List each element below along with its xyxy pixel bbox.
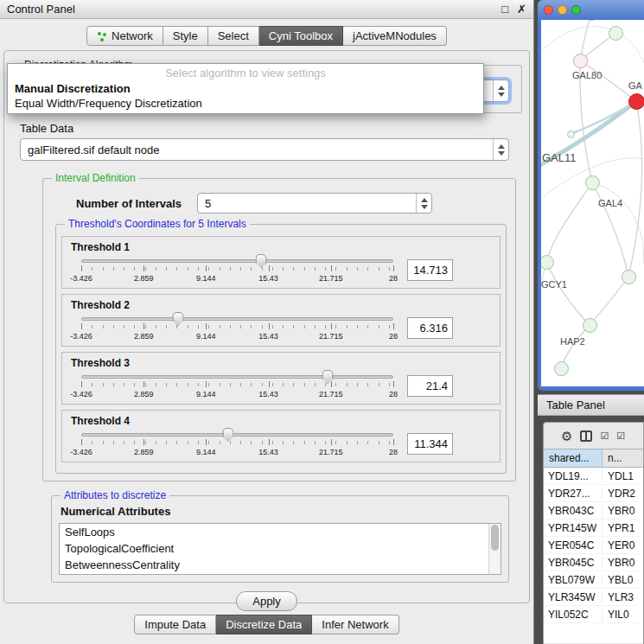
slider-scale-label: 21.715 — [319, 448, 343, 456]
control-panel-window: Control Panel □ ✗ NetworkStyleSelectCyni… — [0, 0, 534, 644]
tab-label: Style — [173, 29, 198, 42]
tab-label: Impute Data — [144, 618, 206, 631]
tab-jactivemnodules[interactable]: jActiveMNodules — [343, 26, 447, 46]
column-header-shared-name[interactable]: shared... — [544, 450, 603, 467]
tab-impute-data[interactable]: Impute Data — [134, 615, 216, 634]
table-row[interactable]: YER054CYER0 — [544, 537, 643, 554]
float-window-icon[interactable]: □ — [501, 3, 508, 15]
threshold-value-field[interactable]: 14.713 — [407, 259, 453, 281]
tab-cyni-toolbox[interactable]: Cyni Toolbox — [259, 26, 343, 46]
cell-name: YBR0 — [603, 557, 643, 569]
slider-track[interactable] — [81, 433, 393, 437]
slider-track[interactable] — [81, 317, 393, 321]
network-window-titlebar[interactable] — [538, 0, 644, 20]
table-row[interactable]: YIL052CYIL0 — [544, 606, 643, 623]
table-row[interactable]: YPR145WYPR1 — [544, 520, 643, 537]
table-data-combobox[interactable]: galFiltered.sif default node — [20, 138, 509, 161]
cell-shared-name: YIL052C — [544, 609, 603, 621]
tab-select[interactable]: Select — [208, 26, 259, 46]
combobox-stepper-icon[interactable] — [416, 194, 431, 213]
tab-discretize-data[interactable]: Discretize Data — [216, 615, 312, 634]
table-row[interactable]: YDL19...YDL1 — [544, 468, 643, 485]
network-node[interactable] — [567, 131, 575, 138]
attributes-scrollbar[interactable] — [488, 524, 501, 574]
slider-track[interactable] — [81, 259, 393, 263]
table-row[interactable]: YBL079WYBL0 — [544, 571, 643, 589]
network-node[interactable] — [609, 26, 623, 41]
tab-infer-network[interactable]: Infer Network — [312, 615, 399, 634]
control-panel-titlebar: Control Panel □ ✗ — [0, 0, 533, 19]
slider-scale-label: 9.144 — [196, 448, 216, 456]
slider-scale-label: 28 — [389, 274, 398, 283]
table-row[interactable]: YLR345WYLR3 — [544, 589, 643, 606]
threshold-panel: Threshold 3 -3.4262.8599.14415.4321.7152… — [61, 352, 501, 405]
combobox-stepper-icon[interactable] — [493, 80, 508, 101]
tab-label: Select — [218, 29, 249, 42]
bottom-tabbar: Impute DataDiscretize DataInfer Network — [0, 615, 533, 634]
table-row[interactable]: YBR045CYBR0 — [544, 554, 643, 571]
slider-major-tick — [81, 265, 82, 271]
slider-thumb[interactable] — [172, 312, 183, 326]
slider-thumb[interactable] — [256, 254, 267, 268]
combobox-stepper-icon[interactable] — [493, 139, 508, 160]
network-node[interactable] — [585, 175, 600, 190]
attribute-item-topologicalcoefficient[interactable]: TopologicalCoefficient — [60, 540, 501, 557]
apply-button[interactable]: Apply — [236, 591, 297, 611]
threshold-slider[interactable]: -3.4262.8599.14415.4321.71528 — [81, 428, 393, 459]
attributes-group: Attributes to discretize Numerical Attri… — [51, 495, 509, 583]
network-node[interactable] — [541, 255, 554, 270]
network-node[interactable] — [628, 93, 644, 110]
table-row[interactable]: YBR043CYBR0 — [544, 502, 643, 520]
attribute-item-betweennesscentrality[interactable]: BetweennessCentrality — [60, 557, 501, 573]
mac-zoom-icon[interactable] — [571, 5, 581, 15]
slider-major-tick — [81, 323, 82, 329]
network-node[interactable] — [554, 361, 569, 376]
slider-track[interactable] — [81, 375, 393, 379]
tab-style[interactable]: Style — [163, 26, 208, 46]
slider-thumb[interactable] — [222, 428, 233, 442]
slider-scale-label: 9.144 — [196, 274, 216, 283]
slider-major-tick — [143, 323, 144, 329]
close-window-icon[interactable]: ✗ — [517, 3, 526, 15]
threshold-slider[interactable]: -3.4262.8599.14415.4321.71528 — [81, 312, 393, 343]
network-node[interactable] — [622, 270, 636, 284]
threshold-value-field[interactable]: 21.4 — [407, 375, 453, 397]
columns-icon[interactable] — [580, 430, 592, 442]
cell-shared-name: YER054C — [544, 539, 603, 552]
slider-scale-label: 15.43 — [258, 448, 278, 456]
table-window: ⚙ ☑ ☑ shared... n... YDL19...YDL1YDR27..… — [543, 422, 644, 644]
threshold-slider[interactable]: -3.4262.8599.14415.4321.71528 — [81, 254, 393, 285]
mac-minimize-icon[interactable] — [558, 5, 567, 15]
tab-label: Cyni Toolbox — [269, 29, 333, 42]
network-node-label: GCY1 — [541, 279, 567, 290]
threshold-value-field[interactable]: 11.344 — [407, 433, 453, 455]
table-row[interactable]: YDR27...YDR2 — [544, 485, 643, 502]
cell-name: YER0 — [603, 539, 643, 552]
threshold-value-field[interactable]: 6.316 — [407, 317, 453, 339]
tab-network[interactable]: Network — [86, 26, 163, 46]
gear-icon[interactable]: ⚙ — [561, 430, 572, 443]
number-of-intervals-label: Number of Intervals — [76, 197, 182, 210]
control-panel-content: Discretization Algorithm Select algorith… — [3, 50, 530, 603]
attribute-item-selfloops[interactable]: SelfLoops — [60, 524, 501, 540]
threshold-label: Threshold 3 — [71, 357, 500, 369]
select-columns-icon[interactable]: ☑ — [616, 431, 625, 441]
network-canvas[interactable]: GAL80GAGAL11GAL4GCY1HAP2 — [541, 20, 644, 386]
attributes-scrollbar-thumb[interactable] — [491, 525, 499, 551]
algorithm-placeholder-option: Select algorithm to view settings — [8, 66, 483, 81]
threshold-panel: Threshold 4 -3.4262.8599.14415.4321.7152… — [61, 410, 501, 462]
slider-scale-label: -3.426 — [70, 448, 92, 456]
select-all-icon[interactable]: ☑ — [600, 431, 609, 441]
algorithm-option-manual-discretization[interactable]: Manual Discretization — [8, 81, 483, 96]
network-node[interactable] — [573, 54, 588, 68]
slider-major-tick — [143, 265, 144, 271]
mac-close-icon[interactable] — [544, 5, 553, 15]
number-of-intervals-combobox[interactable]: 5 — [197, 193, 432, 214]
algorithm-option-equal-width-frequency-discretization[interactable]: Equal Width/Frequency Discretization — [8, 96, 483, 111]
slider-major-tick — [81, 439, 82, 445]
slider-ticks — [81, 441, 393, 444]
threshold-slider[interactable]: -3.4262.8599.14415.4321.71528 — [81, 370, 393, 401]
column-header-name[interactable]: n... — [603, 450, 643, 467]
numerical-attributes-list[interactable]: SelfLoopsTopologicalCoefficientBetweenne… — [59, 523, 501, 575]
network-node[interactable] — [583, 318, 597, 333]
